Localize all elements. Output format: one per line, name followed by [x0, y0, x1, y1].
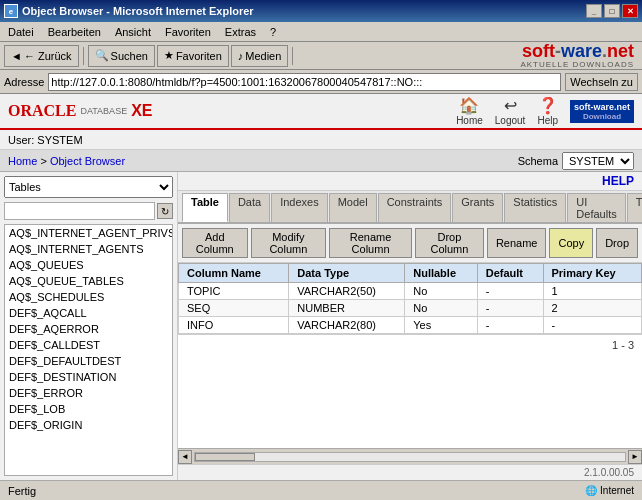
tab-data[interactable]: Data: [229, 193, 270, 222]
table-row: SEQ NUMBER No - 2: [179, 300, 642, 317]
tab-statistics[interactable]: Statistics: [504, 193, 566, 222]
window-title: Object Browser - Microsoft Internet Expl…: [22, 5, 254, 17]
user-label: User: SYSTEM: [8, 134, 83, 146]
list-item[interactable]: AQ$_INTERNET_AGENTS: [5, 241, 172, 257]
cell-col-name: INFO: [179, 317, 289, 334]
cell-nullable: No: [405, 283, 477, 300]
toolbar-separator: [83, 47, 84, 65]
menu-help[interactable]: ?: [264, 24, 282, 40]
version-text: 2.1.0.00.05: [584, 467, 634, 478]
schema-select[interactable]: SYSTEM: [562, 152, 634, 170]
list-item[interactable]: AQ$_SCHEDULES: [5, 289, 172, 305]
list-item[interactable]: AQ$_QUEUE_TABLES: [5, 273, 172, 289]
cell-pk: 2: [543, 300, 642, 317]
internet-zone: 🌐 Internet: [585, 485, 634, 496]
menu-datei[interactable]: Datei: [2, 24, 40, 40]
toolbar-sep2: [292, 47, 293, 65]
oracle-text: ORACLE: [8, 102, 76, 120]
add-column-button[interactable]: Add Column: [182, 228, 248, 258]
back-button[interactable]: ◄ ← Zurück: [4, 45, 79, 67]
list-item[interactable]: DEF$_ERROR: [5, 385, 172, 401]
rename-button[interactable]: Rename: [487, 228, 547, 258]
maximize-button[interactable]: □: [604, 4, 620, 18]
sidebar-search-input[interactable]: [4, 202, 155, 220]
media-button[interactable]: ♪ Medien: [231, 45, 289, 67]
title-bar: e Object Browser - Microsoft Internet Ex…: [0, 0, 642, 22]
minimize-button[interactable]: _: [586, 4, 602, 18]
logout-link[interactable]: ↩ Logout: [495, 96, 526, 126]
list-item[interactable]: DEF$_AQERROR: [5, 321, 172, 337]
menu-ansicht[interactable]: Ansicht: [109, 24, 157, 40]
list-item[interactable]: DEF$_LOB: [5, 401, 172, 417]
oracle-header: ORACLE DATABASE XE 🏠 Home ↩ Logout ❓ Hel…: [0, 94, 642, 130]
back-arrow-icon: ◄: [11, 50, 22, 62]
close-button[interactable]: ✕: [622, 4, 638, 18]
table-row: INFO VARCHAR2(80) Yes - -: [179, 317, 642, 334]
breadcrumb-current[interactable]: Object Browser: [50, 155, 125, 167]
list-item[interactable]: DEF$_DESTINATION: [5, 369, 172, 385]
cell-col-name: TOPIC: [179, 283, 289, 300]
tab-constraints[interactable]: Constraints: [378, 193, 452, 222]
tab-triggers[interactable]: Triggers: [627, 193, 642, 222]
search-icon: 🔍: [95, 49, 109, 62]
xe-text: XE: [131, 102, 152, 120]
app-icon: e: [4, 4, 18, 18]
tab-table[interactable]: Table: [182, 193, 228, 222]
list-item[interactable]: AQ$_INTERNET_AGENT_PRIVS: [5, 225, 172, 241]
cell-data-type: NUMBER: [289, 300, 405, 317]
list-item[interactable]: DEF$_AQCALL: [5, 305, 172, 321]
col-header-primary-key: Primary Key: [543, 264, 642, 283]
list-item[interactable]: DEF$_ORIGIN: [5, 417, 172, 433]
logo-sub: AKTUELLE DOWNLOADS: [520, 60, 634, 69]
cell-default: -: [477, 317, 543, 334]
breadcrumb-home[interactable]: Home: [8, 155, 37, 167]
sidebar-refresh-button[interactable]: ↻: [157, 203, 173, 219]
scroll-left-button[interactable]: ◄: [178, 450, 192, 464]
breadcrumb-separator: >: [40, 155, 49, 167]
search-button[interactable]: 🔍 Suchen: [88, 45, 155, 67]
horizontal-scrollbar[interactable]: ◄ ►: [178, 448, 642, 464]
menu-extras[interactable]: Extras: [219, 24, 262, 40]
help-link[interactable]: HELP: [602, 174, 634, 188]
cell-nullable: No: [405, 300, 477, 317]
scroll-right-button[interactable]: ►: [628, 450, 642, 464]
cell-col-name: SEQ: [179, 300, 289, 317]
tab-ui-defaults[interactable]: UI Defaults: [567, 193, 625, 222]
logo-soft: soft: [522, 41, 555, 61]
col-header-default: Default: [477, 264, 543, 283]
address-label: Adresse: [4, 76, 44, 88]
user-bar: User: SYSTEM: [0, 130, 642, 150]
table-area: Column Name Data Type Nullable Default P…: [178, 263, 642, 448]
tab-indexes[interactable]: Indexes: [271, 193, 328, 222]
scroll-track[interactable]: [194, 452, 626, 462]
tab-grants[interactable]: Grants: [452, 193, 503, 222]
home-link[interactable]: 🏠 Home: [456, 96, 483, 126]
rename-column-button[interactable]: Rename Column: [329, 228, 412, 258]
list-item[interactable]: DEF$_CALLDEST: [5, 337, 172, 353]
modify-column-button[interactable]: Modify Column: [251, 228, 327, 258]
cell-pk: -: [543, 317, 642, 334]
go-button[interactable]: Wechseln zu: [565, 73, 638, 91]
breadcrumb: Home > Object Browser: [8, 155, 125, 167]
drop-button[interactable]: Drop: [596, 228, 638, 258]
list-item[interactable]: DEF$_DEFAULTDEST: [5, 353, 172, 369]
data-table: Column Name Data Type Nullable Default P…: [178, 263, 642, 334]
drop-column-button[interactable]: Drop Column: [415, 228, 484, 258]
address-input[interactable]: [48, 73, 561, 91]
cell-nullable: Yes: [405, 317, 477, 334]
scroll-thumb[interactable]: [195, 453, 255, 461]
table-type-select[interactable]: Tables: [4, 176, 173, 198]
menu-bearbeiten[interactable]: Bearbeiten: [42, 24, 107, 40]
copy-button[interactable]: Copy: [549, 228, 593, 258]
oracle-logo: ORACLE DATABASE XE: [8, 102, 152, 120]
help-link-oracle[interactable]: ❓ Help: [537, 96, 558, 126]
list-item[interactable]: AQ$_QUEUES: [5, 257, 172, 273]
action-row: Add Column Modify Column Rename Column D…: [178, 224, 642, 263]
zone-label: Internet: [600, 485, 634, 496]
address-bar: Adresse Wechseln zu: [0, 70, 642, 94]
menu-favoriten[interactable]: Favoriten: [159, 24, 217, 40]
col-header-data-type: Data Type: [289, 264, 405, 283]
favorites-button[interactable]: ★ Favoriten: [157, 45, 229, 67]
tab-model[interactable]: Model: [329, 193, 377, 222]
cell-pk: 1: [543, 283, 642, 300]
